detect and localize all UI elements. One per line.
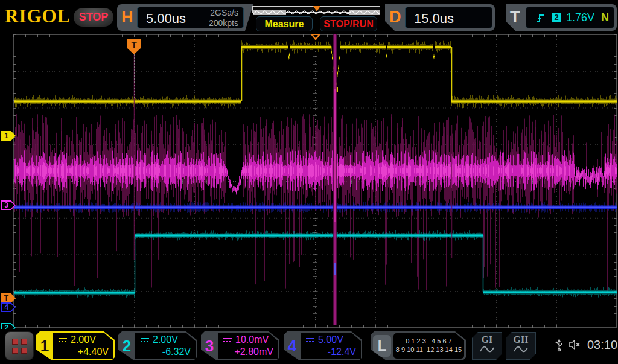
channel2-scale: 2.00V: [153, 334, 178, 345]
generator1-button[interactable]: GI: [472, 332, 502, 360]
horizontal-label: H: [121, 8, 133, 27]
timebase-value: 5.00us: [146, 11, 186, 27]
delay-center-marker-icon[interactable]: [311, 34, 320, 40]
logic-analyzer-block[interactable]: L 0 1 2 3 4 5 6 7 8 9 10 11 12 13 14 15: [371, 331, 466, 360]
status-area: 03:10: [555, 337, 617, 352]
trigger-level-value: 1.76V: [566, 11, 601, 24]
top-bar: RIGOL STOP H 5.00us 2GSa/s 200kpts Measu…: [0, 0, 618, 34]
dc-coupling-icon: [223, 337, 232, 343]
dc-coupling-icon: [58, 337, 68, 343]
graticule-canvas: [0, 34, 618, 328]
bottom-bar: 1 2.00V +4.40V 2: [0, 329, 618, 364]
sine-wave-icon: [513, 345, 529, 353]
delay-panel[interactable]: D 15.0us: [385, 4, 495, 31]
speaker-muted-icon[interactable]: [568, 339, 582, 351]
waveform-display: T 1 3 T 4 2: [0, 34, 618, 328]
digital-channels-row1: 0 1 2 3 4 5 6 7: [393, 333, 464, 345]
channel4-scale: 5.00V: [318, 334, 343, 345]
trigger-mode: N: [601, 11, 609, 24]
channel2-status-block[interactable]: 2 2.00V -6.32V: [118, 331, 197, 360]
channel3-status-block[interactable]: 3 10.0mV +2.80mV: [201, 331, 279, 360]
channel1-offset: +4.40V: [78, 346, 109, 357]
dc-coupling-icon: [140, 337, 150, 343]
horizontal-panel[interactable]: H 5.00us 2GSa/s 200kpts: [117, 4, 253, 31]
delay-box[interactable]: 15.0us: [405, 7, 492, 28]
sine-wave-icon: [479, 345, 495, 353]
trigger-label: T: [510, 8, 520, 27]
channel1-status-block[interactable]: 1 2.00V +4.40V: [36, 331, 115, 360]
delay-label: D: [389, 8, 401, 27]
clock: 03:10: [587, 338, 617, 352]
menu-grid-icon: [12, 339, 18, 345]
usb-icon: [555, 337, 563, 352]
trigger-box[interactable]: 2 1.76V N: [526, 7, 614, 28]
digital-channels-row2: 8 9 10 11 12 13 14 15: [393, 345, 464, 354]
memory-position-bar[interactable]: [252, 6, 380, 13]
measure-button[interactable]: Measure: [256, 16, 313, 31]
logic-label: L: [373, 335, 391, 357]
memory-depth: 200kpts: [209, 18, 238, 28]
run-state-badge: STOP: [74, 8, 113, 27]
acquisition-info: 2GSa/s 200kpts: [209, 8, 238, 28]
channel2-offset: -6.32V: [162, 346, 191, 357]
oscilloscope-screen: RIGOL STOP H 5.00us 2GSa/s 200kpts Measu…: [0, 0, 618, 364]
stop-run-button[interactable]: STOP/RUN: [320, 16, 377, 31]
menu-button[interactable]: [5, 331, 34, 360]
channel1-scale: 2.00V: [71, 334, 96, 345]
rising-edge-icon: [535, 12, 546, 23]
memory-trigger-marker-icon[interactable]: [313, 6, 320, 11]
channel4-status-block[interactable]: 4 5.00V -12.4V: [284, 331, 362, 360]
channel3-scale: 10.0mV: [235, 334, 269, 345]
trigger-panel[interactable]: T 2 1.76V N: [506, 4, 617, 31]
trigger-source-badge: 2: [552, 13, 561, 22]
generator2-button[interactable]: GII: [506, 332, 536, 360]
sample-rate: 2GSa/s: [209, 8, 238, 18]
dc-coupling-icon: [305, 337, 315, 343]
brand-logo: RIGOL: [5, 5, 70, 27]
delay-value: 15.0us: [414, 11, 454, 27]
channel4-offset: -12.4V: [328, 346, 356, 357]
channel3-offset: +2.80mV: [235, 346, 273, 357]
timebase-box[interactable]: 5.00us 2GSa/s 200kpts: [137, 7, 244, 28]
